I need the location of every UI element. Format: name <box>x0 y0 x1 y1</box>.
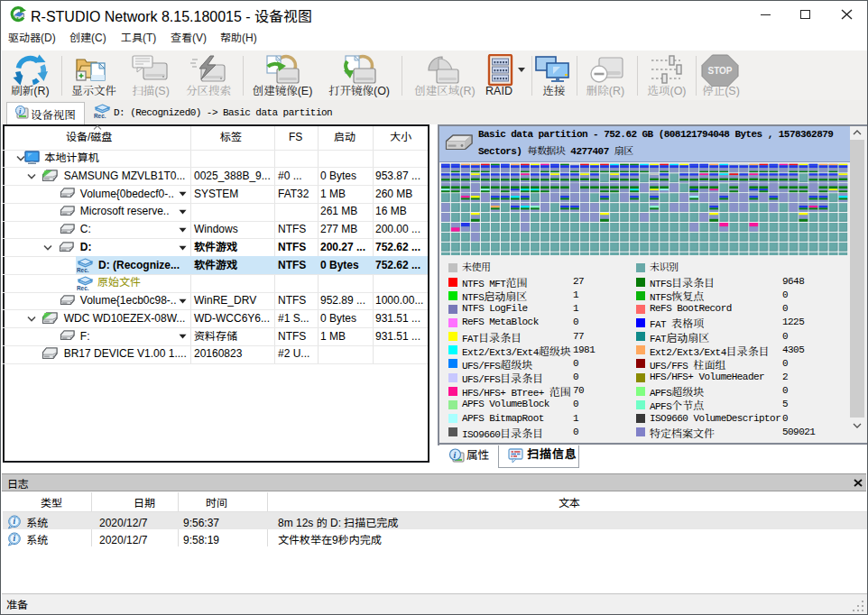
svg-text:STOP: STOP <box>707 66 732 76</box>
svg-text:Rec.: Rec. <box>77 284 89 290</box>
svg-text:i: i <box>14 535 16 544</box>
svg-text:Rec.: Rec. <box>94 113 106 119</box>
svg-text:Rec.: Rec. <box>77 266 89 272</box>
svg-text:i: i <box>454 450 457 460</box>
svg-text:i: i <box>14 517 16 526</box>
